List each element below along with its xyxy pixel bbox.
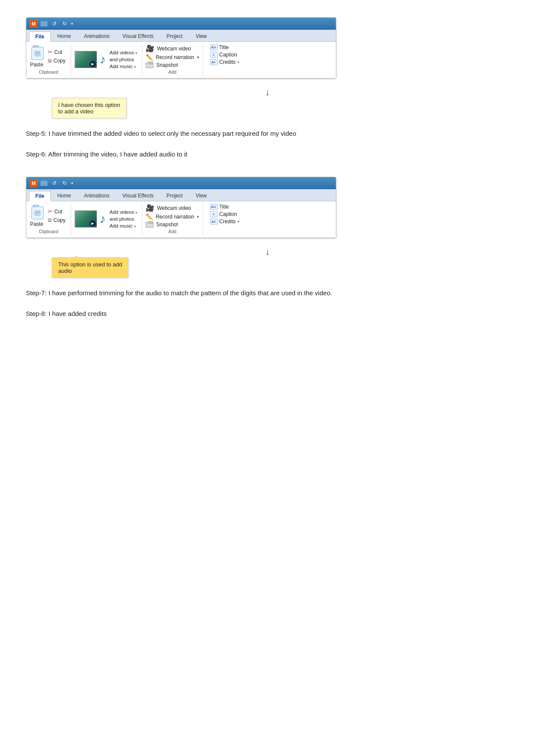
credits-item-2[interactable]: A≡ Credits ▾ — [210, 219, 239, 225]
save-button[interactable] — [40, 21, 48, 27]
caption-icon-2: ≡ — [210, 211, 218, 217]
paste-icon-1 — [30, 45, 44, 61]
add-items-1: 🎥 Webcam video ✏️ Record narration ▾ Sna… — [146, 44, 199, 68]
copy-icon-1: ⧉ — [48, 58, 52, 64]
caption-label-1: Caption — [219, 52, 237, 58]
tab-project-2[interactable]: Project — [160, 191, 189, 201]
save-button-2[interactable] — [40, 180, 48, 186]
snapshot-row-2[interactable]: Snapshot — [146, 222, 199, 228]
tab-visual-effects-1[interactable]: Visual Effects — [116, 31, 160, 41]
quick-access-dropdown-2[interactable]: ▾ — [71, 181, 73, 185]
ribbon-section-1: M ↺ ↻ ▾ File Home Animations Visual Effe… — [26, 17, 509, 119]
and-photos-label-2: and photos — [110, 216, 134, 222]
cut-button-2[interactable]: ✂ Cut — [46, 207, 67, 216]
add-videos-button-1[interactable]: Add videos ▾ — [108, 50, 138, 56]
title-item-1[interactable]: A≡ Title — [210, 44, 239, 50]
copy-label-1: Copy — [53, 58, 66, 64]
media-content-2: ▶ ♪ Add videos ▾ and photos Add — [75, 204, 138, 234]
step6-text: Step-6: After trimming the video, I have… — [26, 149, 509, 160]
text-items-1: A≡ Title ≡ Caption A≡ Credits ▾ — [210, 44, 239, 75]
tab-project-1[interactable]: Project — [160, 31, 189, 41]
cut-button-1[interactable]: ✂ Cut — [46, 48, 67, 56]
and-photos-row-2: and photos — [108, 216, 138, 222]
ribbon-section-2: M ↺ ↻ ▾ File Home Animations Visual Effe… — [26, 177, 509, 278]
add-buttons-1: Add videos ▾ and photos Add music ▾ — [108, 50, 138, 69]
copy-label-2: Copy — [53, 217, 66, 223]
title-label-1: Title — [219, 44, 229, 50]
paste-button-1[interactable]: Paste — [30, 45, 44, 68]
caption-icon-1: ≡ — [210, 52, 218, 58]
add-videos-arrow-1: ▾ — [135, 51, 137, 55]
media-group-1: ▶ ♪ Add videos ▾ and photos — [71, 44, 142, 76]
add-buttons-2: Add videos ▾ and photos Add music ▾ — [108, 209, 138, 229]
narration-label-2: Record narration — [156, 214, 194, 220]
snapshot-label-1: Snapshot — [156, 62, 178, 68]
tab-animations-2[interactable]: Animations — [78, 191, 116, 201]
title-item-2[interactable]: A≡ Title — [210, 204, 239, 210]
add-videos-button-2[interactable]: Add videos ▾ — [108, 209, 138, 215]
narration-arrow-1: ▾ — [197, 55, 199, 59]
webcam-label-1: Webcam video — [157, 46, 191, 52]
webcam-icon-1: 🎥 — [146, 44, 154, 53]
copy-button-2[interactable]: ⧉ Copy — [46, 216, 67, 224]
undo-button-2[interactable]: ↺ — [50, 180, 58, 186]
audio-note-icon-1: ♪ — [100, 53, 106, 66]
cut-label-2: Cut — [54, 209, 63, 215]
tab-view-2[interactable]: View — [189, 191, 213, 201]
ribbon-body-1: Paste ✂ Cut ⧉ Copy Clipboard — [26, 42, 336, 78]
ribbon-container-2: M ↺ ↻ ▾ File Home Animations Visual Effe… — [26, 177, 336, 238]
step5-text: Step-5: I have trimmed the added video t… — [26, 128, 509, 139]
narration-row-1[interactable]: ✏️ Record narration ▾ — [146, 54, 199, 61]
tooltip-arrow-1: ↓ — [26, 87, 509, 97]
add-videos-label-2: Add videos — [110, 209, 134, 215]
copy-button-1[interactable]: ⧉ Copy — [46, 57, 67, 65]
title-icon-1: A≡ — [210, 44, 218, 50]
snapshot-label-2: Snapshot — [156, 222, 178, 228]
tab-animations-1[interactable]: Animations — [78, 31, 116, 41]
tab-view-1[interactable]: View — [189, 31, 213, 41]
snapshot-icon-2 — [146, 222, 153, 228]
tab-file-2[interactable]: File — [29, 191, 51, 201]
redo-button-2[interactable]: ↻ — [61, 180, 69, 186]
webcam-row-2[interactable]: 🎥 Webcam video — [146, 204, 199, 212]
snapshot-row-1[interactable]: Snapshot — [146, 62, 199, 68]
credits-item-1[interactable]: A≡ Credits ▾ — [210, 59, 239, 65]
cut-copy-group-2: ✂ Cut ⧉ Copy — [46, 207, 67, 224]
narration-row-2[interactable]: ✏️ Record narration ▾ — [146, 213, 199, 220]
paste-label-1: Paste — [30, 62, 44, 68]
narration-arrow-2: ▾ — [197, 215, 199, 219]
credits-arrow-1: ▾ — [238, 60, 239, 64]
undo-button[interactable]: ↺ — [50, 21, 58, 27]
caption-item-2[interactable]: ≡ Caption — [210, 211, 239, 217]
clipboard-content-1: Paste ✂ Cut ⧉ Copy — [30, 44, 67, 68]
step7-text: Step-7: I have performed trimming for th… — [26, 287, 509, 299]
paste-icon-main-2 — [31, 206, 44, 219]
clipboard-group-2: Paste ✂ Cut ⧉ Copy Clipboard — [26, 203, 71, 236]
ribbon-container-1: M ↺ ↻ ▾ File Home Animations Visual Effe… — [26, 17, 336, 79]
add-items-2: 🎥 Webcam video ✏️ Record narration ▾ Sna… — [146, 204, 199, 228]
credits-icon-2: A≡ — [210, 219, 218, 225]
add-group-footer-2: Add — [168, 229, 176, 234]
tab-visual-effects-2[interactable]: Visual Effects — [116, 191, 160, 201]
cut-icon-2: ✂ — [48, 208, 53, 215]
media-content-1: ▶ ♪ Add videos ▾ and photos — [75, 44, 138, 75]
caption-item-1[interactable]: ≡ Caption — [210, 52, 239, 58]
tab-home-2[interactable]: Home — [51, 191, 78, 201]
add-videos-label-1: Add videos — [110, 50, 134, 55]
quick-access-dropdown[interactable]: ▾ — [71, 22, 73, 26]
add-photos-label-1: and photos — [108, 56, 138, 62]
credits-arrow-2: ▾ — [238, 220, 239, 224]
webcam-row-1[interactable]: 🎥 Webcam video — [146, 44, 199, 53]
text-group-2: A≡ Title ≡ Caption A≡ Credits ▾ — [203, 203, 246, 236]
tab-home-1[interactable]: Home — [51, 31, 78, 41]
add-music-button-2[interactable]: Add music ▾ — [108, 223, 138, 229]
paste-svg-1 — [34, 50, 41, 57]
tab-file-1[interactable]: File — [29, 31, 51, 42]
clipboard-footer-1: Clipboard — [39, 69, 58, 75]
paste-button-2[interactable]: Paste — [30, 205, 44, 227]
add-music-button-1[interactable]: Add music ▾ — [108, 63, 138, 69]
redo-button[interactable]: ↻ — [61, 21, 69, 27]
cut-icon-1: ✂ — [48, 49, 53, 55]
ribbon-tab-bar-1: File Home Animations Visual Effects Proj… — [26, 30, 336, 42]
app-icon-2: M — [30, 179, 38, 187]
